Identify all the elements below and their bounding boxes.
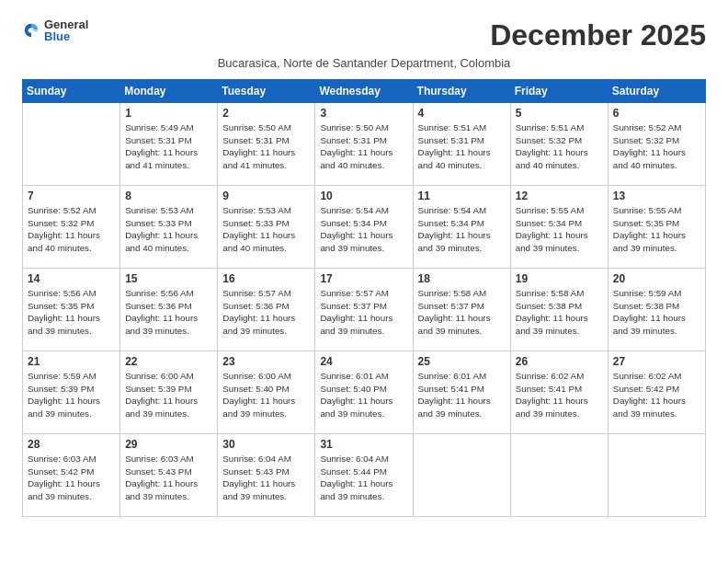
calendar-cell: 3Sunrise: 5:50 AM Sunset: 5:31 PM Daylig… bbox=[315, 103, 413, 186]
month-title: December 2025 bbox=[490, 18, 706, 52]
day-number: 31 bbox=[320, 438, 407, 451]
day-number: 2 bbox=[222, 107, 310, 120]
day-info: Sunrise: 5:53 AM Sunset: 5:33 PM Dayligh… bbox=[125, 204, 212, 255]
day-info: Sunrise: 5:51 AM Sunset: 5:31 PM Dayligh… bbox=[418, 121, 506, 172]
calendar-cell: 23Sunrise: 6:00 AM Sunset: 5:40 PM Dayli… bbox=[218, 351, 315, 434]
calendar-cell: 22Sunrise: 6:00 AM Sunset: 5:39 PM Dayli… bbox=[120, 351, 218, 434]
day-info: Sunrise: 5:59 AM Sunset: 5:39 PM Dayligh… bbox=[28, 370, 115, 420]
calendar-cell: 12Sunrise: 5:55 AM Sunset: 5:34 PM Dayli… bbox=[510, 186, 608, 269]
day-info: Sunrise: 6:02 AM Sunset: 5:42 PM Dayligh… bbox=[613, 370, 700, 420]
calendar-cell bbox=[413, 434, 510, 517]
day-number: 30 bbox=[222, 438, 310, 451]
day-info: Sunrise: 5:51 AM Sunset: 5:32 PM Dayligh… bbox=[516, 121, 603, 172]
calendar-cell: 17Sunrise: 5:57 AM Sunset: 5:37 PM Dayli… bbox=[315, 269, 413, 351]
day-number: 5 bbox=[516, 107, 603, 120]
day-info: Sunrise: 5:57 AM Sunset: 5:37 PM Dayligh… bbox=[320, 287, 407, 338]
day-number: 19 bbox=[516, 272, 603, 285]
day-info: Sunrise: 6:02 AM Sunset: 5:41 PM Dayligh… bbox=[516, 370, 603, 420]
logo-blue: Blue bbox=[44, 30, 88, 42]
day-info: Sunrise: 5:50 AM Sunset: 5:31 PM Dayligh… bbox=[222, 121, 310, 172]
calendar-cell: 7Sunrise: 5:52 AM Sunset: 5:32 PM Daylig… bbox=[23, 186, 120, 269]
calendar-cell: 26Sunrise: 6:02 AM Sunset: 5:41 PM Dayli… bbox=[510, 351, 608, 434]
calendar-cell: 27Sunrise: 6:02 AM Sunset: 5:42 PM Dayli… bbox=[608, 351, 705, 434]
day-number: 14 bbox=[28, 272, 115, 285]
calendar-cell: 14Sunrise: 5:56 AM Sunset: 5:35 PM Dayli… bbox=[23, 269, 120, 351]
calendar-cell: 29Sunrise: 6:03 AM Sunset: 5:43 PM Dayli… bbox=[120, 434, 218, 517]
day-number: 12 bbox=[516, 190, 603, 202]
calendar-cell: 19Sunrise: 5:58 AM Sunset: 5:38 PM Dayli… bbox=[510, 269, 608, 351]
day-of-week-header: Saturday bbox=[608, 80, 705, 103]
day-info: Sunrise: 5:50 AM Sunset: 5:31 PM Dayligh… bbox=[320, 121, 407, 172]
day-number: 25 bbox=[418, 355, 506, 368]
day-number: 16 bbox=[222, 272, 310, 285]
day-number: 10 bbox=[320, 190, 407, 202]
day-of-week-header: Sunday bbox=[23, 80, 120, 103]
day-number: 24 bbox=[320, 355, 407, 368]
day-number: 21 bbox=[28, 355, 115, 368]
day-info: Sunrise: 5:58 AM Sunset: 5:37 PM Dayligh… bbox=[418, 287, 506, 338]
day-number: 29 bbox=[125, 438, 212, 451]
calendar-cell: 5Sunrise: 5:51 AM Sunset: 5:32 PM Daylig… bbox=[510, 103, 608, 186]
day-info: Sunrise: 5:52 AM Sunset: 5:32 PM Dayligh… bbox=[613, 121, 700, 172]
page-container: General Blue December 2025 Bucarasica, N… bbox=[22, 18, 706, 517]
day-number: 1 bbox=[125, 107, 212, 120]
day-info: Sunrise: 6:00 AM Sunset: 5:40 PM Dayligh… bbox=[222, 370, 310, 420]
logo: General Blue bbox=[22, 18, 88, 42]
calendar-cell: 9Sunrise: 5:53 AM Sunset: 5:33 PM Daylig… bbox=[218, 186, 315, 269]
calendar-week-row: 7Sunrise: 5:52 AM Sunset: 5:32 PM Daylig… bbox=[23, 186, 706, 269]
calendar-cell: 15Sunrise: 5:56 AM Sunset: 5:36 PM Dayli… bbox=[120, 269, 218, 351]
day-number: 17 bbox=[320, 272, 407, 285]
day-info: Sunrise: 6:01 AM Sunset: 5:40 PM Dayligh… bbox=[320, 370, 407, 420]
day-info: Sunrise: 6:04 AM Sunset: 5:43 PM Dayligh… bbox=[222, 453, 310, 503]
day-info: Sunrise: 5:58 AM Sunset: 5:38 PM Dayligh… bbox=[516, 287, 603, 338]
calendar-cell: 18Sunrise: 5:58 AM Sunset: 5:37 PM Dayli… bbox=[413, 269, 510, 351]
calendar-cell: 8Sunrise: 5:53 AM Sunset: 5:33 PM Daylig… bbox=[120, 186, 218, 269]
day-info: Sunrise: 5:59 AM Sunset: 5:38 PM Dayligh… bbox=[613, 287, 700, 338]
day-of-week-header: Tuesday bbox=[218, 80, 315, 103]
day-info: Sunrise: 5:52 AM Sunset: 5:32 PM Dayligh… bbox=[28, 204, 115, 255]
day-number: 4 bbox=[418, 107, 506, 120]
day-number: 9 bbox=[222, 190, 310, 202]
calendar-cell: 13Sunrise: 5:55 AM Sunset: 5:35 PM Dayli… bbox=[608, 186, 705, 269]
day-number: 6 bbox=[613, 107, 700, 120]
day-info: Sunrise: 5:54 AM Sunset: 5:34 PM Dayligh… bbox=[418, 204, 506, 255]
calendar-cell: 28Sunrise: 6:03 AM Sunset: 5:42 PM Dayli… bbox=[23, 434, 120, 517]
calendar-cell: 25Sunrise: 6:01 AM Sunset: 5:41 PM Dayli… bbox=[413, 351, 510, 434]
day-of-week-header: Friday bbox=[510, 80, 608, 103]
day-info: Sunrise: 6:03 AM Sunset: 5:42 PM Dayligh… bbox=[28, 453, 115, 503]
calendar-cell bbox=[23, 103, 120, 186]
day-of-week-header: Monday bbox=[120, 80, 218, 103]
day-info: Sunrise: 5:56 AM Sunset: 5:36 PM Dayligh… bbox=[125, 287, 212, 338]
calendar-cell: 1Sunrise: 5:49 AM Sunset: 5:31 PM Daylig… bbox=[120, 103, 218, 186]
day-info: Sunrise: 5:55 AM Sunset: 5:35 PM Dayligh… bbox=[613, 204, 700, 255]
calendar-cell: 10Sunrise: 5:54 AM Sunset: 5:34 PM Dayli… bbox=[315, 186, 413, 269]
calendar-cell: 11Sunrise: 5:54 AM Sunset: 5:34 PM Dayli… bbox=[413, 186, 510, 269]
logo-icon bbox=[22, 21, 40, 40]
calendar-cell: 24Sunrise: 6:01 AM Sunset: 5:40 PM Dayli… bbox=[315, 351, 413, 434]
calendar-cell: 2Sunrise: 5:50 AM Sunset: 5:31 PM Daylig… bbox=[218, 103, 315, 186]
day-info: Sunrise: 5:57 AM Sunset: 5:36 PM Dayligh… bbox=[222, 287, 310, 338]
calendar-week-row: 14Sunrise: 5:56 AM Sunset: 5:35 PM Dayli… bbox=[23, 269, 706, 351]
day-number: 11 bbox=[418, 190, 506, 202]
day-info: Sunrise: 6:03 AM Sunset: 5:43 PM Dayligh… bbox=[125, 453, 212, 503]
calendar-cell bbox=[510, 434, 608, 517]
day-number: 20 bbox=[613, 272, 700, 285]
calendar-cell: 30Sunrise: 6:04 AM Sunset: 5:43 PM Dayli… bbox=[218, 434, 315, 517]
calendar-table: SundayMondayTuesdayWednesdayThursdayFrid… bbox=[22, 79, 706, 517]
calendar-header-row: SundayMondayTuesdayWednesdayThursdayFrid… bbox=[23, 80, 706, 103]
day-number: 28 bbox=[28, 438, 115, 451]
day-info: Sunrise: 5:55 AM Sunset: 5:34 PM Dayligh… bbox=[516, 204, 603, 255]
day-number: 7 bbox=[28, 190, 115, 202]
subtitle: Bucarasica, Norte de Santander Departmen… bbox=[22, 56, 706, 70]
day-info: Sunrise: 5:54 AM Sunset: 5:34 PM Dayligh… bbox=[320, 204, 407, 255]
calendar-cell: 21Sunrise: 5:59 AM Sunset: 5:39 PM Dayli… bbox=[23, 351, 120, 434]
day-number: 22 bbox=[125, 355, 212, 368]
calendar-cell: 16Sunrise: 5:57 AM Sunset: 5:36 PM Dayli… bbox=[218, 269, 315, 351]
calendar-week-row: 28Sunrise: 6:03 AM Sunset: 5:42 PM Dayli… bbox=[23, 434, 706, 517]
calendar-week-row: 1Sunrise: 5:49 AM Sunset: 5:31 PM Daylig… bbox=[23, 103, 706, 186]
calendar-cell: 6Sunrise: 5:52 AM Sunset: 5:32 PM Daylig… bbox=[608, 103, 705, 186]
day-of-week-header: Thursday bbox=[413, 80, 510, 103]
day-info: Sunrise: 5:53 AM Sunset: 5:33 PM Dayligh… bbox=[222, 204, 310, 255]
day-number: 18 bbox=[418, 272, 506, 285]
day-number: 23 bbox=[222, 355, 310, 368]
